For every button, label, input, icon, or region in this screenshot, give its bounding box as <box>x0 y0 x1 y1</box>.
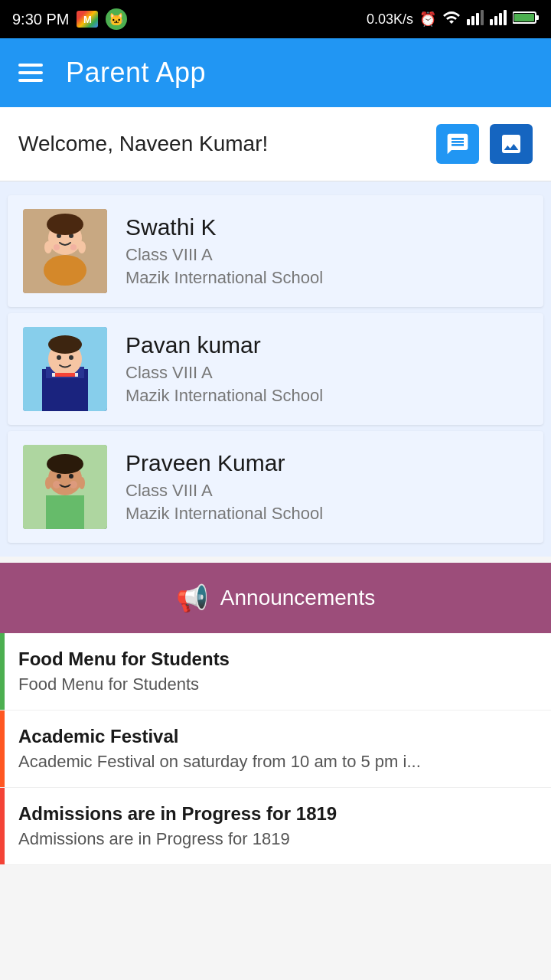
student-info-2: Pavan kumar Class VIII A Mazik Internati… <box>126 332 323 406</box>
announcement-title-1: Food Menu for Students <box>18 648 536 670</box>
student-avatar-2 <box>23 327 107 411</box>
student-card-2[interactable]: Pavan kumar Class VIII A Mazik Internati… <box>8 313 543 425</box>
student-card-3[interactable]: Praveen Kumar Class VIII A Mazik Interna… <box>8 431 543 543</box>
svg-point-35 <box>45 477 51 489</box>
student-info-1: Swathi K Class VIII A Mazik Internationa… <box>126 214 323 288</box>
network-speed: 0.03K/s <box>367 11 413 28</box>
signal2-icon <box>490 10 507 29</box>
cat-icon: 🐱 <box>106 8 127 30</box>
status-left: 9:30 PM M 🐱 <box>12 8 127 30</box>
student-school-2: Mazik International School <box>126 386 323 406</box>
svg-rect-2 <box>476 13 479 25</box>
svg-point-20 <box>70 244 77 250</box>
avatar-face-2 <box>23 327 107 411</box>
welcome-action-icons <box>436 124 533 164</box>
announcement-title-3: Admissions are in Progress for 1819 <box>18 803 536 825</box>
megaphone-icon: 📢 <box>176 583 208 613</box>
svg-rect-7 <box>504 10 507 25</box>
svg-point-34 <box>47 454 83 474</box>
announcements-banner[interactable]: 📢 Announcements <box>0 563 551 633</box>
svg-rect-4 <box>490 19 493 25</box>
welcome-section: Welcome, Naveen Kumar! <box>0 107 551 181</box>
battery-icon <box>513 11 539 28</box>
announcement-item-2[interactable]: Academic Festival Academic Festival on s… <box>0 710 551 788</box>
svg-point-17 <box>44 241 52 253</box>
svg-point-19 <box>54 244 60 250</box>
gmail-icon: M <box>77 11 98 28</box>
svg-point-32 <box>57 474 61 479</box>
announcement-title-2: Academic Festival <box>18 726 536 747</box>
announcement-desc-2: Academic Festival on saturday from 10 am… <box>18 752 536 772</box>
avatar-face-3 <box>23 445 107 529</box>
app-title: Parent App <box>66 57 206 89</box>
svg-rect-5 <box>494 16 497 25</box>
student-school-3: Mazik International School <box>126 504 323 524</box>
student-avatar-3 <box>23 445 107 529</box>
svg-rect-29 <box>55 373 75 377</box>
announcements-list: Food Menu for Students Food Menu for Stu… <box>0 633 551 865</box>
announcement-item-1[interactable]: Food Menu for Students Food Menu for Stu… <box>0 633 551 710</box>
student-class-2: Class VIII A <box>126 363 323 383</box>
announcement-desc-3: Admissions are in Progress for 1819 <box>18 829 536 849</box>
student-class-3: Class VIII A <box>126 481 323 501</box>
students-section: Swathi K Class VIII A Mazik Internationa… <box>0 181 551 557</box>
student-class-1: Class VIII A <box>126 245 323 265</box>
svg-rect-10 <box>514 14 534 21</box>
student-card-1[interactable]: Swathi K Class VIII A Mazik Internationa… <box>8 195 543 307</box>
announcement-desc-1: Food Menu for Students <box>18 675 536 694</box>
svg-rect-0 <box>467 19 470 25</box>
welcome-greeting: Welcome, Naveen Kumar! <box>18 132 268 156</box>
chat-button[interactable] <box>436 124 479 164</box>
svg-rect-39 <box>46 495 84 529</box>
svg-point-36 <box>79 477 85 489</box>
svg-point-18 <box>78 241 86 253</box>
avatar-face-1 <box>23 209 107 293</box>
status-bar: 9:30 PM M 🐱 0.03K/s ⏰ <box>0 0 551 38</box>
photo-icon <box>499 132 523 156</box>
announcements-label: Announcements <box>220 586 375 610</box>
svg-point-27 <box>48 335 82 354</box>
svg-rect-3 <box>481 10 484 25</box>
student-name-3: Praveen Kumar <box>126 450 323 476</box>
status-time: 9:30 PM <box>12 11 69 28</box>
student-name-1: Swathi K <box>126 214 323 240</box>
signal1-icon <box>467 10 484 29</box>
student-name-2: Pavan kumar <box>126 332 323 358</box>
chat-icon <box>445 132 470 156</box>
wifi-icon <box>442 10 461 29</box>
svg-rect-6 <box>499 13 502 25</box>
svg-point-25 <box>57 355 61 360</box>
svg-point-16 <box>47 214 83 235</box>
student-avatar-1 <box>23 209 107 293</box>
app-bar: Parent App <box>0 38 551 107</box>
svg-rect-9 <box>536 15 539 20</box>
announcement-item-3[interactable]: Admissions are in Progress for 1819 Admi… <box>0 788 551 865</box>
student-school-1: Mazik International School <box>126 268 323 288</box>
hamburger-menu-button[interactable] <box>18 64 43 82</box>
alarm-icon: ⏰ <box>419 11 436 28</box>
svg-point-26 <box>69 355 73 360</box>
svg-point-13 <box>44 255 86 286</box>
svg-point-33 <box>69 474 73 479</box>
svg-rect-1 <box>471 16 474 25</box>
photo-button[interactable] <box>490 124 533 164</box>
student-info-3: Praveen Kumar Class VIII A Mazik Interna… <box>126 450 323 524</box>
status-right: 0.03K/s ⏰ <box>367 10 539 29</box>
svg-point-38 <box>70 481 77 488</box>
svg-point-37 <box>53 481 60 488</box>
